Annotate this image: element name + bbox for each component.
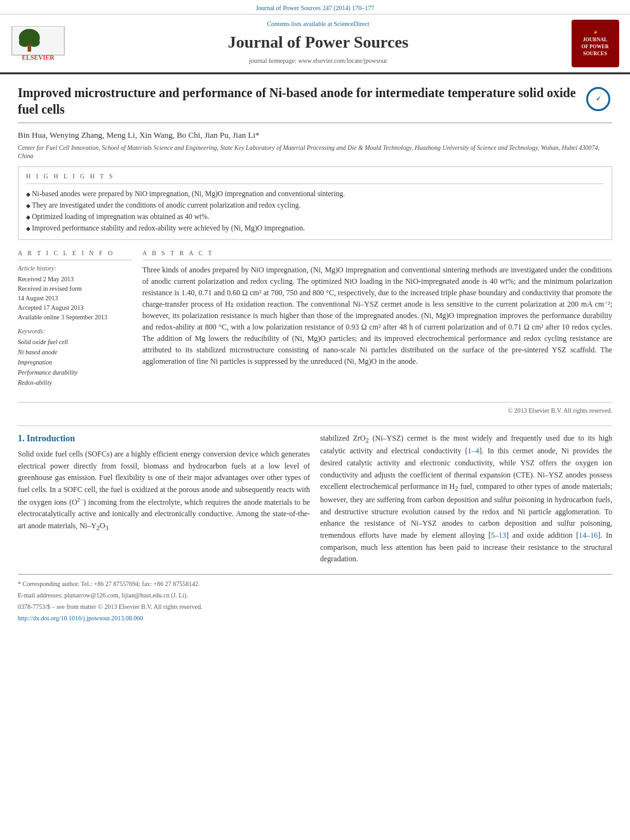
journal-header: ELSEVIER Contents lists available at Sci… <box>0 15 630 74</box>
intro-right-col: stabilized ZrO2 (Ni–YSZ) cermet is the m… <box>320 432 612 565</box>
journal-top-bar: Journal of Power Sources 247 (2014) 170–… <box>0 0 630 15</box>
accepted-date: Accepted 17 August 2013 <box>18 303 132 312</box>
doi-line: http://dx.doi.org/10.1016/j.jpowsour.201… <box>18 614 612 623</box>
ref-link-2[interactable]: 5–13 <box>491 531 506 540</box>
email-addresses: E-mail addresses: plunarrow@126.com, lij… <box>18 591 612 600</box>
footer-section: * Corresponding author. Tel.: +86 27 875… <box>18 574 612 623</box>
journal-title: Journal of Power Sources <box>76 31 560 54</box>
author-list: Bin Hua, Wenying Zhang, Meng Li, Xin Wan… <box>18 130 260 140</box>
intro-section-title: 1. Introduction <box>18 432 310 445</box>
intro-left-text: Solid oxide fuel cells (SOFCs) are a hig… <box>18 448 310 533</box>
doi-link[interactable]: http://dx.doi.org/10.1016/j.jpowsour.201… <box>18 615 143 622</box>
journal-badge-container: ⚡ JOURNAL OF POWER SOURCES <box>566 20 624 67</box>
journal-homepage: journal homepage: www.elsevier.com/locat… <box>76 57 560 65</box>
highlight-item-1: Ni-based anodes were prepared by NiO imp… <box>26 188 604 199</box>
article-container: Improved microstructure and performance … <box>0 74 630 636</box>
keyword-1: Solid oxide fuel cell <box>18 337 132 347</box>
journal-header-center: Contents lists available at ScienceDirec… <box>70 20 566 67</box>
section-heading: Introduction <box>27 434 75 443</box>
highlights-box: H I G H L I G H T S Ni-based anodes were… <box>18 166 612 239</box>
abstract-header: A B S T R A C T <box>142 249 612 260</box>
issn-line: 0378-7753/$ – see front matter © 2013 El… <box>18 603 612 611</box>
introduction-section: 1. Introduction Solid oxide fuel cells (… <box>18 432 612 565</box>
keywords-list: Solid oxide fuel cell Ni based anode Imp… <box>18 337 132 388</box>
article-title-section: Improved microstructure and performance … <box>18 84 612 123</box>
received-date: Received 2 May 2013 <box>18 274 132 284</box>
keyword-5: Redox-ability <box>18 378 132 388</box>
highlights-list: Ni-based anodes were prepared by NiO imp… <box>26 188 604 234</box>
elsevier-logo: ELSEVIER <box>10 26 67 61</box>
highlights-header: H I G H L I G H T S <box>26 172 604 184</box>
journal-badge: ⚡ JOURNAL OF POWER SOURCES <box>572 20 619 67</box>
sciencedirect-link[interactable]: Contents lists available at ScienceDirec… <box>76 20 560 29</box>
crossmark-logo: ✓ <box>584 84 612 113</box>
elsevier-logo-container: ELSEVIER <box>6 20 70 67</box>
section-divider <box>18 425 612 426</box>
highlight-item-3: Optimized loading of impregnation was ob… <box>26 211 604 222</box>
ref-link-1[interactable]: 1–4 <box>468 446 479 455</box>
intro-left-col: 1. Introduction Solid oxide fuel cells (… <box>18 432 310 565</box>
abstract-col: A B S T R A C T Three kinds of anodes pr… <box>142 249 612 393</box>
received-revised-label: Received in revised form <box>18 284 132 293</box>
info-abstract-section: A R T I C L E I N F O Article history: R… <box>18 249 612 393</box>
corresponding-author: * Corresponding author. Tel.: +86 27 875… <box>18 580 612 589</box>
article-info-col: A R T I C L E I N F O Article history: R… <box>18 249 132 393</box>
intro-right-text: stabilized ZrO2 (Ni–YSZ) cermet is the m… <box>320 432 612 565</box>
article-history: Article history: Received 2 May 2013 Rec… <box>18 264 132 322</box>
section-number: 1. <box>18 434 25 443</box>
authors: Bin Hua, Wenying Zhang, Meng Li, Xin Wan… <box>18 130 612 141</box>
keyword-3: Impregnation <box>18 357 132 368</box>
keyword-2: Ni based anode <box>18 347 132 357</box>
highlight-item-2: They are investigated under the conditio… <box>26 199 604 211</box>
crossmark-icon: ✓ <box>586 87 610 111</box>
svg-text:ELSEVIER: ELSEVIER <box>22 54 55 61</box>
history-label: Article history: <box>18 264 132 273</box>
keywords-section: Keywords: Solid oxide fuel cell Ni based… <box>18 327 132 388</box>
abstract-text: Three kinds of anodes prepared by NiO im… <box>142 264 612 367</box>
affiliation: Center for Fuel Cell Innovation, School … <box>18 143 612 160</box>
sciencedirect-anchor[interactable]: ScienceDirect <box>333 20 369 27</box>
copyright-line: © 2013 Elsevier B.V. All rights reserved… <box>18 402 612 415</box>
ref-link-3[interactable]: 14–16 <box>579 531 598 540</box>
journal-citation: Journal of Power Sources 247 (2014) 170–… <box>256 4 375 11</box>
svg-rect-4 <box>28 44 32 51</box>
article-info-header: A R T I C L E I N F O <box>18 249 132 260</box>
article-title: Improved microstructure and performance … <box>18 84 577 117</box>
article-dates: Received 2 May 2013 Received in revised … <box>18 274 132 322</box>
keyword-4: Performance durability <box>18 368 132 378</box>
highlight-item-4: Improved performance stability and redox… <box>26 222 604 234</box>
available-online: Available online 3 September 2013 <box>18 312 132 322</box>
received-revised-date: 14 August 2013 <box>18 293 132 303</box>
keywords-label: Keywords: <box>18 327 132 336</box>
